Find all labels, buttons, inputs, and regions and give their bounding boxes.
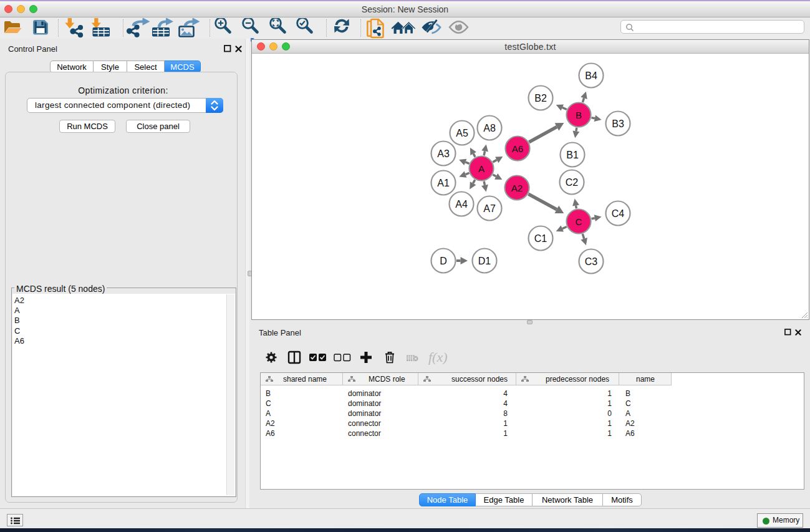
svg-text:A3: A3 [437,148,450,159]
svg-text:D: D [440,256,447,266]
svg-text:C1: C1 [534,233,547,244]
svg-text:C2: C2 [566,177,579,188]
svg-text:A7: A7 [483,203,496,214]
svg-text:D1: D1 [478,256,491,266]
svg-text:B3: B3 [612,118,624,129]
svg-text:C3: C3 [585,256,598,267]
svg-text:A6: A6 [512,143,523,154]
svg-text:A1: A1 [437,178,450,188]
svg-text:B2: B2 [534,93,547,104]
svg-text:B: B [576,110,582,120]
svg-text:C: C [576,216,582,227]
svg-text:A: A [478,163,485,174]
svg-text:A4: A4 [455,199,468,210]
svg-text:B4: B4 [585,70,597,81]
svg-text:B1: B1 [566,150,579,160]
svg-text:A5: A5 [456,128,468,138]
svg-text:A2: A2 [511,183,523,193]
svg-text:C4: C4 [612,208,625,219]
svg-text:A8: A8 [483,123,496,133]
